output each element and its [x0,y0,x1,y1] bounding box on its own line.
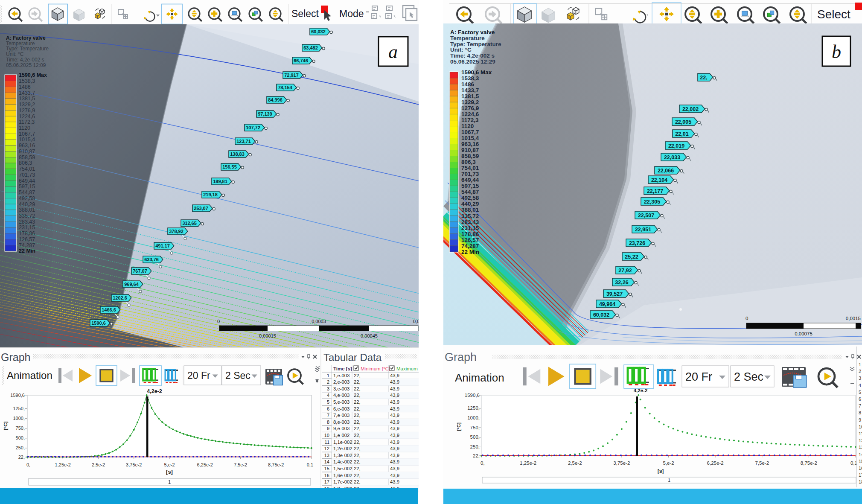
svg-text:23,726: 23,726 [629,240,645,246]
svg-text:231,15: 231,15 [19,224,35,230]
svg-text:Graph: Graph [1,351,30,363]
svg-text:Unit: °C: Unit: °C [450,47,472,53]
svg-text:750,: 750, [16,425,25,431]
svg-text:1276,9: 1276,9 [19,108,35,114]
svg-text:491,17: 491,17 [155,243,170,248]
svg-text:1,1e-002: 1,1e-002 [333,440,352,445]
svg-text:22,951: 22,951 [635,227,651,233]
svg-text:1250,: 1250, [13,406,25,411]
svg-text:0,1: 0,1 [307,462,313,467]
svg-text:0,: 0, [26,462,30,467]
svg-text:05.06.2025 12:29: 05.06.2025 12:29 [450,58,495,65]
svg-text:6,25e-2: 6,25e-2 [707,460,724,466]
svg-text:22,033: 22,033 [664,154,680,160]
svg-text:388,01: 388,01 [19,207,35,213]
svg-text:1,7e-002: 1,7e-002 [333,479,352,484]
svg-text:Maximum [: Maximum [ [396,366,419,371]
svg-text:2: 2 [327,379,329,385]
svg-text:219,18: 219,18 [203,192,218,197]
svg-text:11: 11 [325,440,329,445]
svg-text:250,: 250, [16,445,25,450]
svg-text:22,: 22, [354,466,361,471]
svg-text:2: 2 [859,369,861,374]
svg-text:1067,7: 1067,7 [19,131,35,137]
svg-text:231,15: 231,15 [461,225,479,231]
svg-text:22,: 22, [354,440,361,445]
svg-text:253,07: 253,07 [194,206,208,211]
svg-text:1: 1 [327,373,329,378]
svg-text:250,: 250, [470,444,480,449]
svg-text:22 Min: 22 Min [19,248,35,254]
svg-text:9: 9 [327,426,329,431]
svg-text:22,: 22, [354,453,361,458]
svg-text:22,: 22, [354,399,361,405]
svg-text:806,3: 806,3 [19,160,32,166]
svg-text:492,58: 492,58 [19,195,35,201]
svg-text:312,65: 312,65 [182,221,197,226]
svg-text:22,066: 22,066 [658,168,674,174]
svg-text:126,57: 126,57 [19,236,35,242]
svg-text:6,e-003: 6,e-003 [333,406,349,411]
svg-text:9: 9 [859,417,861,422]
svg-text:22,: 22, [354,420,361,425]
svg-text:156,55: 156,55 [222,164,237,169]
svg-text:78,154: 78,154 [278,85,293,90]
svg-text:22,002: 22,002 [682,106,699,112]
svg-text:7,5e-2: 7,5e-2 [755,460,769,466]
svg-text:0,0: 0,0 [413,319,419,324]
svg-text:633,76: 633,76 [144,257,159,262]
svg-text:1: 1 [859,362,861,367]
svg-text:500,: 500, [16,435,25,440]
svg-text:178,86: 178,86 [19,230,35,236]
svg-text:1381,5: 1381,5 [19,96,35,102]
svg-text:126,57: 126,57 [461,237,479,243]
svg-text:43,9: 43,9 [390,426,399,431]
svg-text:43,9: 43,9 [390,399,399,405]
svg-text:14: 14 [859,452,862,457]
svg-text:Animation: Animation [7,370,52,381]
svg-text:1590,6: 1590,6 [465,393,480,398]
svg-text:25,22: 25,22 [625,254,638,260]
svg-text:22,507: 22,507 [638,213,654,218]
svg-text:1486: 1486 [461,81,475,87]
svg-text:13: 13 [324,453,329,458]
svg-text:7: 7 [859,403,861,408]
svg-text:22,005: 22,005 [675,119,691,125]
svg-text:1329,2: 1329,2 [461,99,479,105]
svg-text:22,: 22, [354,446,361,451]
svg-text:74,287: 74,287 [19,242,35,248]
svg-text:910,87: 910,87 [19,149,35,154]
svg-text:544,87: 544,87 [461,189,479,195]
svg-text:16: 16 [859,466,862,471]
svg-text:2 Sec: 2 Sec [225,370,250,381]
svg-text:3: 3 [327,386,329,391]
svg-text:Select: Select [817,8,850,21]
svg-text:05.06.2025 12:09: 05.06.2025 12:09 [6,62,46,68]
svg-text:Mode: Mode [339,8,364,19]
svg-text:1120: 1120 [19,125,30,131]
svg-text:Animation: Animation [455,371,504,384]
svg-text:6,25e-2: 6,25e-2 [197,462,213,467]
svg-text:754,01: 754,01 [461,165,479,171]
svg-text:138,83: 138,83 [230,151,245,157]
svg-text:49,964: 49,964 [599,301,615,307]
svg-text:0: 0 [217,319,220,324]
svg-text:97,139: 97,139 [258,111,272,117]
svg-text:189,81: 189,81 [213,179,227,184]
svg-text:Graph: Graph [445,351,477,364]
svg-text:13: 13 [859,445,862,450]
svg-text:335,72: 335,72 [461,213,479,219]
svg-text:43,9: 43,9 [390,379,399,385]
svg-text:20 Fr: 20 Fr [685,370,712,383]
svg-text:Type: Temperature: Type: Temperature [450,41,501,47]
svg-text:1,e-002: 1,e-002 [333,433,349,438]
svg-text:6: 6 [327,406,329,411]
svg-text:1250,: 1250, [467,405,480,411]
svg-text:388,01: 388,01 [461,207,479,213]
svg-text:1538,3: 1538,3 [19,78,35,84]
svg-text:6: 6 [859,396,861,402]
svg-text:5: 5 [859,390,861,395]
svg-text:74,287: 74,287 [461,243,479,249]
svg-text:8: 8 [327,420,329,425]
svg-text:66,746: 66,746 [294,58,308,63]
